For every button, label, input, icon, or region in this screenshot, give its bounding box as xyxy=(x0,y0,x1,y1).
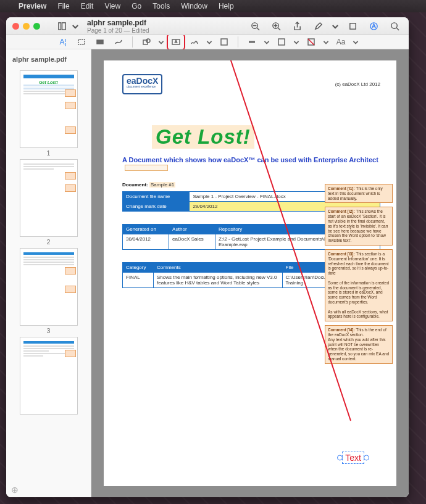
window-controls xyxy=(12,23,40,30)
thumbnail-4[interactable] xyxy=(6,337,91,415)
thumbnail-1[interactable]: Get Lost! 1 xyxy=(6,70,91,157)
copyright: (c) eaDocX Ltd 2012 xyxy=(335,81,380,87)
titlebar: alphr sample.pdf Page 1 of 20 — Edited xyxy=(6,17,409,35)
comment-1: Comment [I1]: This is the only text in t… xyxy=(325,184,393,203)
highlight-chevron[interactable] xyxy=(331,19,340,33)
menu-view[interactable]: View xyxy=(104,2,120,10)
add-page-button[interactable]: ⊕ xyxy=(11,485,19,495)
svg-rect-4 xyxy=(349,23,355,28)
menu-window[interactable]: Window xyxy=(181,2,207,10)
svg-rect-8 xyxy=(97,40,103,44)
text-tool[interactable] xyxy=(169,35,183,49)
document-title: alphr sample.pdf xyxy=(87,19,149,27)
zoom-out-button[interactable] xyxy=(247,19,263,33)
stroke-chevron[interactable] xyxy=(263,35,270,49)
preview-window: alphr sample.pdf Page 1 of 20 — Edited A… xyxy=(6,17,409,497)
svg-point-10 xyxy=(146,39,150,43)
sign-tool[interactable] xyxy=(187,35,202,49)
document-canvas[interactable]: eaDocXdocument excellence (c) eaDocX Ltd… xyxy=(91,49,409,497)
sidebar-title: alphr sample.pdf xyxy=(6,53,91,68)
menu-go[interactable]: Go xyxy=(132,2,141,10)
title-stack: alphr sample.pdf Page 1 of 20 — Edited xyxy=(87,19,149,34)
stroke-tool[interactable] xyxy=(244,35,259,49)
border-chevron[interactable] xyxy=(293,35,300,49)
note-tool[interactable] xyxy=(217,35,232,49)
thumbnail-3[interactable]: 3 xyxy=(6,248,91,334)
share-button[interactable] xyxy=(289,19,305,33)
fullscreen-button[interactable] xyxy=(33,23,40,30)
svg-rect-0 xyxy=(58,22,61,29)
document-subtitle: Page 1 of 20 — Edited xyxy=(87,27,149,34)
doc-title: Get Lost! xyxy=(152,125,254,149)
macos-menubar: Preview File Edit View Go Tools Window H… xyxy=(0,0,426,12)
fill-color-tool[interactable] xyxy=(304,35,319,49)
view-mode-button[interactable] xyxy=(54,19,70,33)
svg-rect-12 xyxy=(221,39,227,45)
text-style-tool[interactable]: Aa xyxy=(333,35,348,49)
search-button[interactable] xyxy=(386,19,403,33)
doc-subtitle: A Document which shows how eaDocX™ can b… xyxy=(122,156,380,171)
comments-column: Comment [I1]: This is the only text in t… xyxy=(325,184,393,364)
app-menu[interactable]: Preview xyxy=(19,2,46,10)
menu-file[interactable]: File xyxy=(57,2,69,10)
border-color-tool[interactable] xyxy=(274,35,289,49)
close-button[interactable] xyxy=(12,23,19,30)
shapes-chevron[interactable] xyxy=(157,35,165,49)
document-page: eaDocXdocument excellence (c) eaDocX Ltd… xyxy=(104,60,396,486)
thumbnail-sidebar: alphr sample.pdf Get Lost! 1 2 3 ⊕ xyxy=(6,49,91,497)
svg-rect-13 xyxy=(278,39,285,45)
svg-point-6 xyxy=(391,22,396,28)
menu-edit[interactable]: Edit xyxy=(81,2,94,10)
comment-2: Comment [I2]: This shows the start of an… xyxy=(325,207,393,246)
logo: eaDocXdocument excellence xyxy=(122,74,162,94)
thumbnail-2[interactable]: 2 xyxy=(6,159,91,246)
minimize-button[interactable] xyxy=(23,23,30,30)
sketch-tool[interactable] xyxy=(111,35,126,49)
svg-rect-7 xyxy=(78,39,85,44)
menu-help[interactable]: Help xyxy=(219,2,234,10)
markup-button[interactable] xyxy=(365,19,382,33)
fill-chevron[interactable] xyxy=(322,35,330,49)
text-selection-tool[interactable]: A¦ xyxy=(56,35,70,49)
zoom-in-button[interactable] xyxy=(268,19,284,33)
comment-3: Comment [I3]: This section is a 'Documen… xyxy=(325,249,393,321)
redact-tool[interactable] xyxy=(93,35,107,49)
svg-rect-1 xyxy=(62,22,65,29)
sign-chevron[interactable] xyxy=(206,35,213,49)
rect-selection-tool[interactable] xyxy=(74,35,89,49)
menu-tools[interactable]: Tools xyxy=(152,2,170,10)
markup-toolbar: A¦ Aa xyxy=(6,35,409,49)
text-style-chevron[interactable] xyxy=(352,35,359,49)
comment-4: Comment [I4]: This is the end of the eaD… xyxy=(325,325,393,364)
text-annotation[interactable]: Text xyxy=(342,452,364,464)
view-mode-chevron[interactable] xyxy=(71,19,80,33)
shapes-tool[interactable] xyxy=(139,35,154,49)
rotate-button[interactable] xyxy=(345,19,361,33)
highlight-button[interactable] xyxy=(310,19,326,33)
